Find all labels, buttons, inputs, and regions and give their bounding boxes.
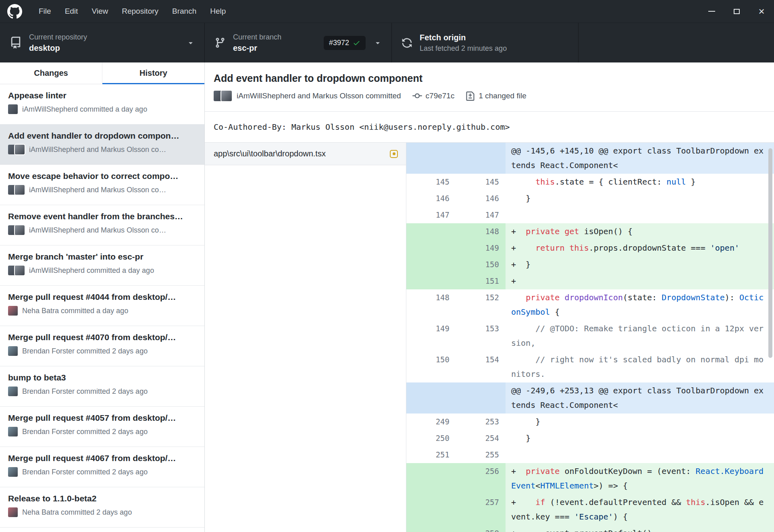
diff-line-old-number: 150 — [406, 351, 456, 382]
commit-title: Merge pull request #4067 from desktop/… — [8, 453, 197, 463]
commit-title: Add event handler to dropdown compon… — [8, 131, 197, 141]
diff-line-new-number: 152 — [456, 289, 506, 320]
commit-list-item[interactable]: Appease linteriAmWillShepherd committed … — [0, 84, 204, 125]
diff-line-code: // right now it's scaled badly on normal… — [506, 351, 774, 382]
repo-icon — [10, 37, 22, 49]
avatar — [8, 306, 18, 316]
diff-line-new-number: 145 — [456, 174, 506, 190]
commit-list-item[interactable]: Merge pull request #4067 from desktop/…B… — [0, 447, 204, 487]
commit-meta: Neha Batra committed a day ago — [8, 306, 197, 316]
diff-row: 149+ return this.props.dropdownState ===… — [406, 240, 774, 256]
tab-history[interactable]: History — [102, 62, 204, 84]
diff-line-new-number: 151 — [456, 273, 506, 289]
commit-list-item[interactable]: Remove event handler from the branches…i… — [0, 205, 204, 245]
menu-view[interactable]: View — [85, 0, 115, 23]
diff-line-old-number — [406, 382, 456, 414]
diff-line-code: + private get isOpen() { — [506, 223, 774, 240]
diff-line-code: + private onFoldoutKeyDown = (event: Rea… — [506, 463, 774, 494]
diff-line-new-number: 149 — [456, 240, 506, 256]
avatar — [8, 104, 18, 114]
toolbar: Current repository desktop Current branc… — [0, 23, 774, 62]
diff-row: 258+ event.preventDefault() — [406, 525, 774, 532]
diff-row: 148+ private get isOpen() { — [406, 223, 774, 240]
commit-title: Release to 1.1.0-beta2 — [8, 494, 197, 503]
pr-status-badge: #3972 — [324, 36, 366, 50]
menu-help[interactable]: Help — [203, 0, 233, 23]
menu-edit[interactable]: Edit — [58, 0, 85, 23]
menu-repository[interactable]: Repository — [115, 0, 165, 23]
avatar-image — [8, 427, 18, 436]
avatar-image — [8, 507, 18, 517]
current-repository-value: desktop — [29, 44, 87, 53]
diff-line-new-number: 153 — [456, 320, 506, 351]
avatar — [8, 225, 25, 235]
commit-title: Merge pull request #4044 from desktop/… — [8, 292, 197, 302]
git-branch-icon — [214, 37, 226, 48]
avatar — [8, 507, 18, 517]
menu-file[interactable]: File — [32, 0, 58, 23]
close-button[interactable]: × — [749, 0, 774, 23]
diff-row: 146146 } — [406, 190, 774, 207]
diff-line-code: + — [506, 273, 774, 289]
current-repository-button[interactable]: Current repository desktop — [0, 23, 205, 62]
commit-list-item[interactable]: Merge branch 'master' into esc-priAmWill… — [0, 245, 204, 286]
diff-line-new-number: 256 — [456, 463, 506, 494]
avatar — [8, 387, 18, 396]
diff-row: @@ -145,6 +145,10 @@ export class Toolba… — [406, 143, 774, 174]
commit-description-text: Co-Authored-By: Markus Olsson <niik@user… — [214, 122, 510, 132]
file-path: app\src\ui\toolbar\dropdown.tsx — [214, 149, 390, 158]
commit-byline: iAmWillShepherd and Markus Olsson co… — [29, 226, 197, 235]
avatar — [8, 346, 18, 356]
diff-line-code: @@ -145,6 +145,10 @@ export class Toolba… — [506, 143, 774, 174]
diff-line-new-number: 257 — [456, 494, 506, 525]
diff-line-new-number: 253 — [456, 414, 506, 430]
commit-byline: iAmWillShepherd committed a day ago — [29, 266, 197, 275]
diff-scrollbar-thumb[interactable] — [768, 148, 772, 358]
file-row[interactable]: app\src\ui\toolbar\dropdown.tsx — [205, 143, 406, 165]
check-icon — [353, 39, 360, 47]
current-branch-button[interactable]: Current branch esc-pr #3972 — [205, 23, 392, 62]
commit-list-item[interactable]: Release to 1.1.0-beta2Neha Batra committ… — [0, 487, 204, 528]
menu-branch[interactable]: Branch — [165, 0, 203, 23]
avatar-image — [15, 225, 25, 235]
changed-files-count: 1 changed file — [479, 91, 526, 100]
minimize-icon — [708, 11, 715, 12]
fetch-origin-button[interactable]: Fetch origin Last fetched 2 minutes ago — [392, 23, 578, 62]
minimize-button[interactable] — [699, 0, 724, 23]
diff-line-old-number: 146 — [406, 190, 456, 207]
diff-line-code: + } — [506, 256, 774, 273]
avatar — [214, 91, 232, 101]
diff-line-new-number: 147 — [456, 207, 506, 223]
commit-list-item[interactable]: Merge pull request #4070 from desktop/…B… — [0, 326, 204, 366]
diff-line-code: @@ -249,6 +253,13 @@ export class Toolba… — [506, 382, 774, 414]
commit-list-item[interactable]: bump to beta3Brendan Forster committed 2… — [0, 366, 204, 407]
diff-area: app\src\ui\toolbar\dropdown.tsx @@ -145,… — [205, 143, 774, 532]
commit-title: Move escape behavior to correct compo… — [8, 171, 197, 181]
current-repository-label: Current repository — [29, 33, 87, 42]
commit-list-item[interactable]: Merge pull request #4044 from desktop/…N… — [0, 286, 204, 326]
commit-list-item[interactable]: Move escape behavior to correct compo…iA… — [0, 165, 204, 205]
avatar — [8, 427, 18, 436]
tab-changes[interactable]: Changes — [0, 62, 102, 84]
diff-line-new-number: 150 — [456, 256, 506, 273]
avatar — [8, 467, 18, 477]
commit-meta-row: iAmWillShepherd and Markus Olsson commit… — [214, 91, 764, 101]
commit-byline: iAmWillShepherd and Markus Olsson co… — [29, 145, 197, 154]
avatar-image — [8, 104, 18, 114]
main-content: ChangesHistory Appease linteriAmWillShep… — [0, 62, 774, 532]
commit-meta: iAmWillShepherd and Markus Olsson co… — [8, 145, 197, 154]
current-branch-label: Current branch — [233, 33, 281, 42]
title-bar: FileEditViewRepositoryBranchHelp × — [0, 0, 774, 23]
commit-list-item[interactable]: Merge pull request #4057 from desktop/…B… — [0, 407, 204, 447]
commit-list-item[interactable]: Add event handler to dropdown compon…iAm… — [0, 125, 204, 165]
commit-byline: iAmWillShepherd and Markus Olsson commit… — [237, 91, 401, 100]
chevron-down-icon — [374, 39, 382, 47]
maximize-icon — [734, 9, 740, 14]
commit-meta: iAmWillShepherd committed a day ago — [8, 104, 197, 114]
diff-line-old-number — [406, 256, 456, 273]
maximize-button[interactable] — [724, 0, 749, 23]
diff-line-code: + event.preventDefault() — [506, 525, 774, 532]
commit-meta: Brendan Forster committed 2 days ago — [8, 346, 197, 356]
diff-line-new-number: 154 — [456, 351, 506, 382]
diff-rows: @@ -145,6 +145,10 @@ export class Toolba… — [406, 143, 774, 532]
